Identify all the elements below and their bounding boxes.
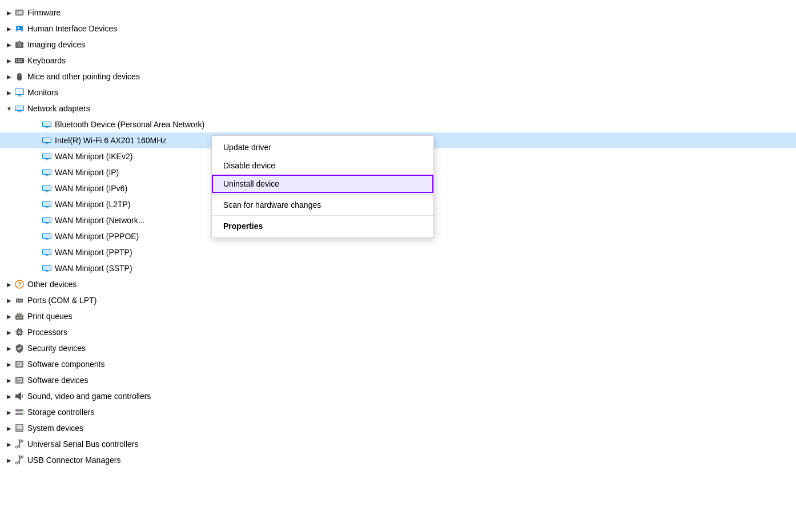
icon-wan-ip xyxy=(41,167,53,178)
tree-item-sw-dev[interactable]: ▶Software devices xyxy=(0,372,796,388)
chevron-system[interactable]: ▶ xyxy=(5,424,14,433)
chevron-print[interactable]: ▶ xyxy=(5,312,14,321)
chevron-sound[interactable]: ▶ xyxy=(5,392,14,401)
chevron-wifi[interactable] xyxy=(32,136,41,145)
chevron-other[interactable]: ▶ xyxy=(5,280,14,289)
chevron-network[interactable]: ▼ xyxy=(5,104,14,113)
svg-rect-88 xyxy=(20,328,21,329)
tree-item-firmware[interactable]: ▶Firmware xyxy=(0,5,796,21)
chevron-wan-l2tp[interactable] xyxy=(32,200,41,209)
context-menu-item-label: Uninstall device xyxy=(223,179,279,188)
tree-item-network[interactable]: ▼Network adapters xyxy=(0,100,796,116)
svg-rect-73 xyxy=(17,300,18,301)
tree-item-mice[interactable]: ▶Mice and other pointing devices xyxy=(0,68,796,84)
svg-rect-33 xyxy=(45,128,49,128)
label-wan-pppoe: WAN Miniport (PPPOE) xyxy=(55,232,139,241)
chevron-bluetooth[interactable] xyxy=(32,120,41,129)
icon-firmware xyxy=(14,7,25,18)
context-menu-disable-device[interactable]: Disable device xyxy=(212,156,433,175)
tree-item-usb[interactable]: ▶Universal Serial Bus controllers xyxy=(0,436,796,452)
chevron-wan-ikev2[interactable] xyxy=(32,152,41,161)
chevron-processors[interactable]: ▶ xyxy=(5,328,14,337)
chevron-ports[interactable]: ▶ xyxy=(5,296,14,305)
chevron-wan-ipv6[interactable] xyxy=(32,184,41,193)
svg-rect-49 xyxy=(45,192,49,192)
svg-rect-99 xyxy=(17,381,19,382)
chevron-security[interactable]: ▶ xyxy=(5,344,14,353)
svg-rect-100 xyxy=(15,394,18,398)
chevron-wan-sstp[interactable] xyxy=(32,264,41,273)
icon-wan-pptp xyxy=(41,247,53,258)
tree-item-hid[interactable]: ▶Human Interface Devices xyxy=(0,21,796,37)
chevron-wan-pptp[interactable] xyxy=(32,248,41,257)
chevron-imaging[interactable]: ▶ xyxy=(5,40,14,49)
tree-item-usb-conn[interactable]: ▶USB Connector Managers xyxy=(0,452,796,468)
icon-bluetooth xyxy=(41,119,53,130)
chevron-wan-pppoe[interactable] xyxy=(32,232,41,241)
svg-rect-16 xyxy=(21,59,22,61)
chevron-hid[interactable]: ▶ xyxy=(5,24,14,33)
svg-rect-4 xyxy=(16,26,23,30)
tree-item-ports[interactable]: ▶Ports (COM & LPT) xyxy=(0,292,796,308)
svg-rect-60 xyxy=(46,239,48,240)
chevron-mice[interactable]: ▶ xyxy=(5,72,14,81)
context-menu-update-driver[interactable]: Update driver xyxy=(212,138,433,156)
svg-point-119 xyxy=(19,456,21,457)
chevron-storage[interactable]: ▶ xyxy=(5,408,14,417)
label-wan-l2tp: WAN Miniport (L2TP) xyxy=(55,200,131,209)
chevron-usb-conn[interactable]: ▶ xyxy=(5,456,14,465)
tree-item-bluetooth[interactable]: Bluetooth Device (Personal Area Network) xyxy=(0,116,796,132)
chevron-usb[interactable]: ▶ xyxy=(5,440,14,449)
label-wan-pptp: WAN Miniport (PPTP) xyxy=(55,248,132,257)
tree-item-print[interactable]: ▶Print queues xyxy=(0,308,796,324)
svg-rect-83 xyxy=(15,331,17,332)
context-menu-item-label: Properties xyxy=(223,221,263,231)
tree-item-processors[interactable]: ▶Processors xyxy=(0,324,796,340)
label-hid: Human Interface Devices xyxy=(27,24,117,33)
svg-text:?: ? xyxy=(18,281,21,288)
chevron-monitors[interactable]: ▶ xyxy=(5,88,14,97)
svg-rect-51 xyxy=(43,202,51,206)
tree-item-other[interactable]: ▶?Other devices xyxy=(0,276,796,292)
svg-rect-45 xyxy=(45,176,49,176)
context-menu-separator-1 xyxy=(212,194,433,195)
svg-rect-3 xyxy=(17,13,20,13)
chevron-wan-ip[interactable] xyxy=(32,168,41,177)
icon-monitors xyxy=(14,87,25,98)
svg-rect-94 xyxy=(17,364,19,365)
label-sound: Sound, video and game controllers xyxy=(27,392,151,401)
chevron-firmware[interactable]: ▶ xyxy=(5,8,14,17)
svg-rect-61 xyxy=(45,240,49,240)
tree-item-wan-pptp[interactable]: WAN Miniport (PPTP) xyxy=(0,244,796,260)
context-menu-item-label: Disable device xyxy=(223,161,275,170)
icon-usb xyxy=(14,438,25,450)
svg-point-10 xyxy=(19,45,21,46)
chevron-keyboards[interactable]: ▶ xyxy=(5,56,14,65)
tree-item-monitors[interactable]: ▶Monitors xyxy=(0,84,796,100)
svg-rect-35 xyxy=(43,138,51,142)
context-menu-properties[interactable]: Properties xyxy=(212,217,433,235)
label-processors: Processors xyxy=(27,328,67,337)
tree-item-sound[interactable]: ▶Sound, video and game controllers xyxy=(0,388,796,404)
tree-item-sw-comp[interactable]: ▶Software components xyxy=(0,356,796,372)
tree-item-system[interactable]: ▶System devices xyxy=(0,420,796,436)
svg-rect-84 xyxy=(15,333,17,333)
label-mice: Mice and other pointing devices xyxy=(27,72,140,81)
chevron-wan-network[interactable] xyxy=(32,216,41,225)
context-menu-uninstall-device[interactable]: Uninstall device xyxy=(212,175,433,193)
tree-item-wan-sstp[interactable]: WAN Miniport (SSTP) xyxy=(0,260,796,276)
chevron-sw-comp[interactable]: ▶ xyxy=(5,360,14,369)
tree-item-keyboards[interactable]: ▶Keyboards xyxy=(0,53,796,68)
svg-rect-79 xyxy=(17,319,21,319)
chevron-sw-dev[interactable]: ▶ xyxy=(5,376,14,385)
label-storage: Storage controllers xyxy=(27,408,95,417)
tree-item-storage[interactable]: ▶Storage controllers xyxy=(0,404,796,420)
tree-item-security[interactable]: ▶Security devices xyxy=(0,340,796,356)
icon-hid xyxy=(14,23,25,34)
svg-rect-106 xyxy=(17,425,22,429)
label-monitors: Monitors xyxy=(27,88,58,97)
svg-rect-28 xyxy=(18,111,21,112)
context-menu-scan-hardware[interactable]: Scan for hardware changes xyxy=(212,196,433,214)
svg-rect-65 xyxy=(45,256,49,256)
tree-item-imaging[interactable]: ▶Imaging devices xyxy=(0,37,796,53)
